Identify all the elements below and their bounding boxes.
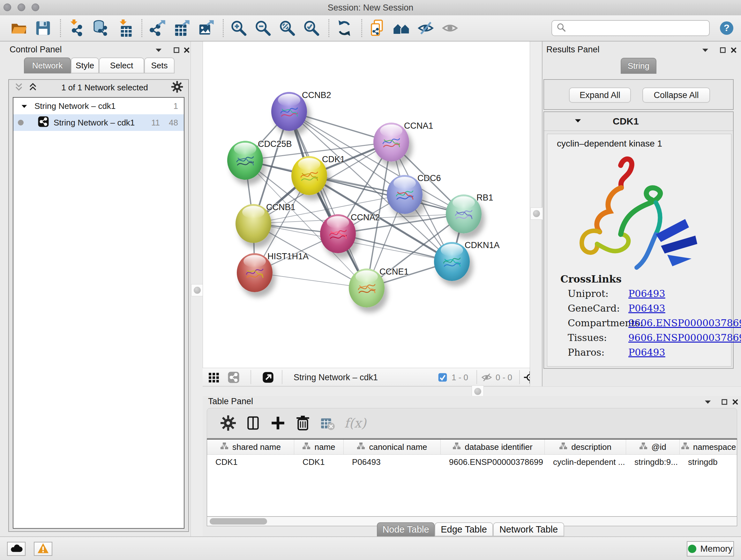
column-type-icon bbox=[357, 442, 365, 452]
protein-structure-thumbnail bbox=[381, 134, 401, 151]
zoom-in-button[interactable] bbox=[229, 18, 249, 38]
protein-structure-thumbnail bbox=[245, 265, 265, 282]
detach-view-icon[interactable] bbox=[262, 371, 274, 383]
import-table-button[interactable] bbox=[115, 18, 134, 38]
memory-status-icon bbox=[688, 545, 696, 553]
grid-view-icon[interactable] bbox=[208, 371, 220, 383]
tab-edge-table[interactable]: Edge Table bbox=[434, 522, 493, 537]
expand-all-button[interactable]: Expand All bbox=[569, 87, 631, 103]
right-splitter[interactable] bbox=[530, 42, 542, 386]
crosslink-link[interactable]: 9606.ENSP00000378699 bbox=[628, 332, 741, 343]
tab-style[interactable]: Style bbox=[71, 57, 99, 73]
function-builder-button[interactable]: f(x) bbox=[344, 416, 366, 430]
results-panel-close-button[interactable] bbox=[729, 45, 738, 55]
column-label: namespace bbox=[693, 442, 736, 452]
network-list-panel: 1 of 1 Network selected String Network –… bbox=[8, 79, 189, 532]
search-icon bbox=[556, 22, 567, 34]
crosslink-link[interactable]: P06493 bbox=[628, 288, 665, 299]
crosslink-link[interactable]: P06493 bbox=[628, 303, 665, 314]
crosslink-link[interactable]: P06493 bbox=[628, 347, 665, 358]
crosslink-link[interactable]: 9606.ENSP00000378699 bbox=[628, 317, 741, 328]
tab-sets[interactable]: Sets bbox=[144, 57, 175, 73]
memory-button[interactable]: Memory bbox=[687, 541, 734, 557]
table-row[interactable]: CDK1CDK1P064939606.ENSP00000378699cyclin… bbox=[207, 455, 737, 469]
tab-node-table[interactable]: Node Table bbox=[377, 522, 434, 537]
node-table[interactable]: shared namenamecanonical namedatabase id… bbox=[207, 438, 737, 516]
column-header-shared-name[interactable]: shared name bbox=[207, 440, 294, 454]
network-tree-root-row[interactable]: String Network – cdk1 1 bbox=[13, 98, 184, 114]
save-session-button[interactable] bbox=[33, 18, 53, 38]
column-header-namespace[interactable]: namespace bbox=[680, 440, 737, 454]
protein-structure-thumbnail bbox=[299, 168, 320, 185]
expand-all-networks-icon[interactable] bbox=[13, 81, 24, 94]
network-state-dot-icon bbox=[18, 120, 23, 125]
left-splitter[interactable] bbox=[191, 42, 203, 537]
import-network-button[interactable] bbox=[66, 18, 86, 38]
export-table-button[interactable] bbox=[172, 18, 192, 38]
export-network-button[interactable] bbox=[147, 18, 167, 38]
hidden-node-edge-counts: 0 - 0 bbox=[495, 371, 512, 383]
search-input[interactable] bbox=[567, 23, 702, 34]
network-canvas[interactable]: CCNB2 CCNA1 CDC25B CDK1 CDC6 bbox=[203, 42, 530, 368]
cloud-status-button[interactable] bbox=[7, 542, 25, 556]
column-label: database identifier bbox=[465, 442, 532, 452]
column-header-name[interactable]: name bbox=[294, 440, 344, 454]
export-image-button[interactable] bbox=[196, 18, 216, 38]
right-splitter-collapse-button[interactable] bbox=[530, 207, 542, 220]
show-columns-button[interactable] bbox=[245, 415, 261, 431]
table-panel-float-button[interactable] bbox=[720, 397, 729, 407]
collapse-all-networks-icon[interactable] bbox=[27, 81, 38, 94]
tab-network-table[interactable]: Network Table bbox=[493, 522, 564, 537]
column-header-canonical-name[interactable]: canonical name bbox=[344, 440, 441, 454]
table-settings-button[interactable] bbox=[220, 415, 237, 431]
results-panel-title: Results Panel bbox=[546, 45, 600, 55]
string-home-button[interactable] bbox=[392, 18, 411, 38]
delete-column-button[interactable] bbox=[294, 415, 311, 431]
show-details-button[interactable] bbox=[440, 18, 460, 38]
protein-structure-thumbnail bbox=[235, 152, 255, 170]
crosslink-row: Tissues:9606.ENSP00000378699 bbox=[568, 332, 741, 343]
column-header-database-identifier[interactable]: database identifier bbox=[441, 440, 545, 454]
search-box[interactable] bbox=[551, 20, 710, 36]
network-tree-child-row[interactable]: String Network – cdk1 11 48 bbox=[13, 114, 184, 131]
warnings-button[interactable] bbox=[34, 542, 52, 556]
table-header-row: shared namenamecanonical namedatabase id… bbox=[207, 440, 737, 455]
zoom-fit-button[interactable] bbox=[277, 18, 297, 38]
refresh-layout-button[interactable] bbox=[334, 18, 354, 38]
results-panel-float-button[interactable] bbox=[718, 45, 728, 55]
protein-header[interactable]: CDK1 bbox=[544, 112, 733, 131]
clone-network-button[interactable] bbox=[367, 18, 387, 38]
horizontal-splitter[interactable] bbox=[203, 386, 741, 396]
collapse-all-button[interactable]: Collapse All bbox=[643, 87, 710, 103]
column-header-description[interactable]: description bbox=[545, 440, 626, 454]
network-thumbnail-icon[interactable] bbox=[227, 371, 240, 383]
zoom-selected-button[interactable] bbox=[301, 18, 321, 38]
help-button[interactable]: ? bbox=[717, 18, 737, 38]
network-label: String Network – cdk1 bbox=[54, 118, 135, 128]
protein-structure-thumbnail bbox=[454, 206, 474, 223]
delete-table-button[interactable] bbox=[320, 415, 336, 431]
scrollbar-thumb[interactable] bbox=[210, 518, 267, 524]
tab-select[interactable]: Select bbox=[99, 57, 144, 73]
import-database-button[interactable] bbox=[90, 18, 110, 38]
column-header--id[interactable]: @id bbox=[626, 440, 680, 454]
network-selection-status: 1 of 1 Network selected bbox=[61, 83, 148, 92]
network-options-gear-icon[interactable] bbox=[171, 81, 183, 94]
zoom-out-button[interactable] bbox=[253, 18, 273, 38]
table-panel-menu-button[interactable] bbox=[703, 397, 713, 407]
hide-details-button[interactable] bbox=[416, 18, 435, 38]
tab-network[interactable]: Network bbox=[24, 57, 71, 73]
tab-string[interactable]: String bbox=[621, 58, 657, 74]
selected-checkbox-icon[interactable] bbox=[437, 371, 448, 383]
table-cell: CDK1 bbox=[294, 455, 344, 469]
left-splitter-collapse-button[interactable] bbox=[191, 284, 203, 296]
add-column-button[interactable] bbox=[270, 415, 286, 431]
control-panel-close-button[interactable] bbox=[182, 45, 192, 55]
control-panel-menu-button[interactable] bbox=[154, 45, 163, 55]
collapse-arrow-icon[interactable] bbox=[21, 101, 27, 111]
collapse-arrow-icon[interactable] bbox=[575, 118, 582, 125]
results-panel-menu-button[interactable] bbox=[700, 45, 710, 55]
control-panel-float-button[interactable] bbox=[172, 45, 181, 55]
table-panel-close-button[interactable] bbox=[731, 397, 740, 407]
open-session-button[interactable] bbox=[9, 18, 29, 38]
